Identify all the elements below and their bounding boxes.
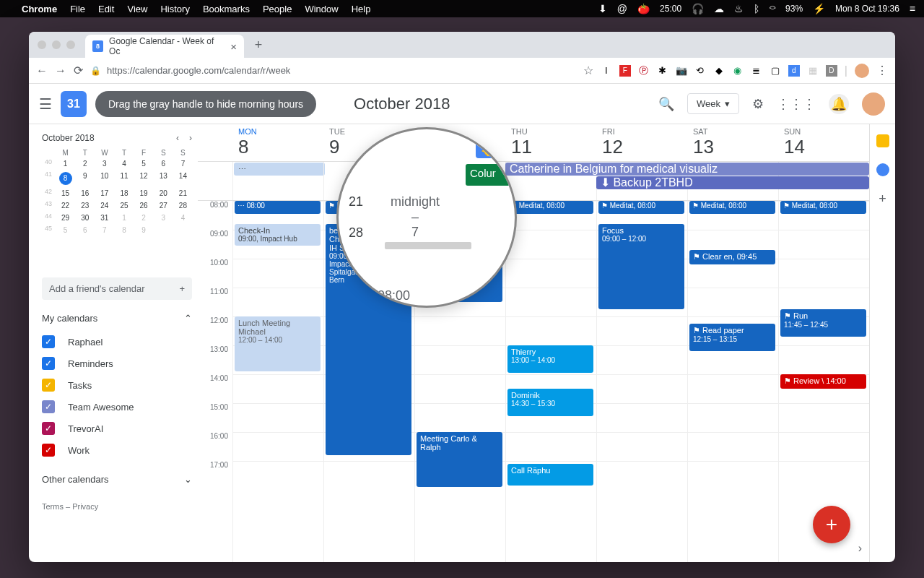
calendar-event[interactable]: Lunch Meeting Michael12:00 – 14:00 — [235, 316, 321, 371]
day-column[interactable]: ⚑ Meditat, 08:00⚑ Clear en, 09:45⚑ Read … — [687, 201, 778, 562]
day-column[interactable]: ⚑ Meditat, 08:00Focus09:00 – 12:00 — [596, 201, 687, 562]
mini-day[interactable]: 2 — [76, 158, 94, 169]
mini-day[interactable]: 4 — [115, 158, 133, 169]
mini-day[interactable]: 6 — [76, 225, 94, 236]
mini-day[interactable]: 26 — [135, 200, 153, 211]
other-calendars-toggle[interactable]: Other calendars ⌄ — [42, 474, 192, 485]
calendar-event[interactable]: ⚑ Meditat, 08:00 — [689, 201, 775, 214]
gear-icon[interactable]: ⚙ — [752, 96, 764, 112]
calendar-item[interactable]: ✓Work — [42, 439, 192, 461]
mini-day[interactable]: 28 — [174, 200, 192, 211]
menu-window[interactable]: Window — [305, 4, 338, 14]
ext-icon[interactable]: ▦ — [807, 65, 819, 77]
calendar-checkbox[interactable]: ✓ — [42, 357, 55, 370]
mini-day[interactable]: 17 — [95, 188, 113, 199]
mini-day[interactable]: 16 — [76, 188, 94, 199]
ext-icon[interactable]: ≣ — [751, 65, 762, 77]
ext-icon[interactable]: F — [619, 65, 631, 77]
mini-day[interactable]: 7 — [95, 225, 113, 236]
calendar-event[interactable]: Dominik14:30 – 15:30 — [507, 389, 593, 416]
calendar-event[interactable]: ⚑ Meditat, 08:00 — [780, 201, 866, 214]
menu-people[interactable]: People — [263, 4, 292, 14]
mini-day[interactable]: 9 — [76, 171, 94, 186]
mini-day[interactable]: 2 — [135, 212, 153, 223]
calendar-event[interactable]: ⚑ Clear en, 09:45 — [689, 250, 775, 264]
my-calendars-toggle[interactable]: My calendars ⌃ — [42, 313, 192, 324]
apps-icon[interactable]: ⋮⋮⋮ — [777, 96, 816, 112]
mini-day[interactable]: 1 — [115, 212, 133, 223]
ext-icon[interactable]: ⟲ — [694, 65, 706, 77]
calendar-checkbox[interactable]: ✓ — [42, 422, 55, 435]
list-icon[interactable]: ≡ — [910, 3, 915, 14]
allday-catherine[interactable]: Catherine in Belgium for medical visuali… — [505, 163, 869, 176]
camera-icon[interactable]: 📷 — [676, 65, 687, 77]
menu-file[interactable]: File — [70, 4, 85, 14]
day-header[interactable]: Sun14 — [778, 124, 869, 161]
day-header[interactable]: Sat13 — [687, 124, 778, 161]
bluetooth-icon[interactable]: ᛒ — [754, 3, 759, 14]
calendar-checkbox[interactable]: ✓ — [42, 400, 55, 413]
mini-day[interactable]: 29 — [56, 212, 74, 223]
calendar-item[interactable]: ✓Team Awesome — [42, 396, 192, 418]
bell-icon[interactable]: 🔔 — [829, 94, 849, 114]
next-week-icon[interactable]: › — [858, 542, 862, 555]
day-header[interactable]: Thu11 — [505, 124, 596, 161]
allday-backup[interactable]: ⬇ Backup 2TBHD — [596, 176, 869, 189]
url-field[interactable]: 🔒 https://calendar.google.com/calendar/r… — [90, 65, 576, 76]
tomato-icon[interactable]: 🍅 — [637, 3, 650, 14]
pinterest-icon[interactable]: Ⓟ — [638, 65, 650, 77]
mini-day[interactable]: 7 — [174, 158, 192, 169]
calendar-event[interactable]: ⋯ 08:00 — [235, 201, 321, 214]
ext-icon[interactable]: ▢ — [770, 65, 781, 77]
mini-day[interactable]: 1 — [56, 158, 74, 169]
keep-icon[interactable] — [876, 134, 889, 147]
tasks-icon[interactable] — [876, 163, 889, 176]
battery-icon[interactable]: ⚡ — [813, 3, 825, 14]
calendar-item[interactable]: ✓Raphael — [42, 331, 192, 353]
close-tab-icon[interactable]: × — [230, 40, 237, 53]
calendar-checkbox[interactable]: ✓ — [42, 335, 55, 348]
footer-links[interactable]: Terms – Privacy — [42, 502, 192, 511]
calendar-checkbox[interactable]: ✓ — [42, 379, 55, 392]
dropbox-icon[interactable]: ⬇ — [598, 3, 607, 14]
mini-day[interactable] — [154, 225, 173, 236]
mini-day[interactable]: 4 — [174, 212, 192, 223]
hamburger-icon[interactable]: ☰ — [39, 95, 52, 113]
calendar-event[interactable]: ⚑ Meditat, 08:00 — [598, 201, 684, 214]
add-friend-input[interactable]: Add a friend's calendar + — [42, 277, 192, 300]
next-month-icon[interactable]: › — [189, 133, 192, 143]
wifi-icon[interactable]: ⌔ — [770, 3, 775, 14]
reload-icon[interactable]: ⟳ — [74, 64, 83, 77]
menu-edit[interactable]: Edit — [98, 4, 114, 14]
star-icon[interactable]: ☆ — [583, 64, 593, 77]
mini-day[interactable]: 15 — [56, 188, 74, 199]
calendar-event[interactable]: ⚑ Read paper12:15 – 13:15 — [689, 324, 775, 351]
calendar-event[interactable]: Focus09:00 – 12:00 — [598, 224, 684, 309]
menu-view[interactable]: View — [127, 4, 147, 14]
window-controls[interactable] — [38, 40, 75, 49]
ext-icon[interactable]: D — [826, 65, 837, 77]
mini-day[interactable]: 25 — [115, 200, 133, 211]
mini-day[interactable]: 6 — [154, 158, 173, 169]
mini-day[interactable]: 22 — [56, 200, 74, 211]
day-column[interactable]: ⚑ Meditat, 08:00Thierry13:00 – 14:00Domi… — [505, 201, 596, 562]
mini-day[interactable] — [174, 225, 192, 236]
drag-handle[interactable] — [385, 242, 471, 249]
menu-app[interactable]: Chrome — [22, 4, 57, 14]
mini-day[interactable]: 23 — [76, 200, 94, 211]
cloud-icon[interactable]: ☁ — [714, 3, 724, 14]
calendar-event[interactable]: ⚑ Review \ 14:00 — [780, 374, 866, 389]
day-header[interactable]: Mon8 — [232, 124, 323, 161]
menu-bookmarks[interactable]: Bookmarks — [203, 4, 250, 14]
add-addon-icon[interactable]: + — [876, 192, 889, 205]
browser-tab[interactable]: 8 Google Calendar - Week of Oc × — [85, 35, 244, 58]
mini-day[interactable]: 19 — [135, 188, 153, 199]
mini-day[interactable]: 14 — [174, 171, 192, 186]
menu-icon[interactable]: ⋮ — [876, 64, 888, 77]
ext-icon[interactable]: d — [788, 65, 800, 77]
ext-icon[interactable]: ◆ — [713, 65, 725, 77]
view-selector[interactable]: Week ▾ — [687, 93, 739, 114]
search-icon[interactable]: 🔍 — [658, 96, 674, 112]
mini-day[interactable]: 20 — [154, 188, 173, 199]
mini-day[interactable]: 31 — [95, 212, 113, 223]
